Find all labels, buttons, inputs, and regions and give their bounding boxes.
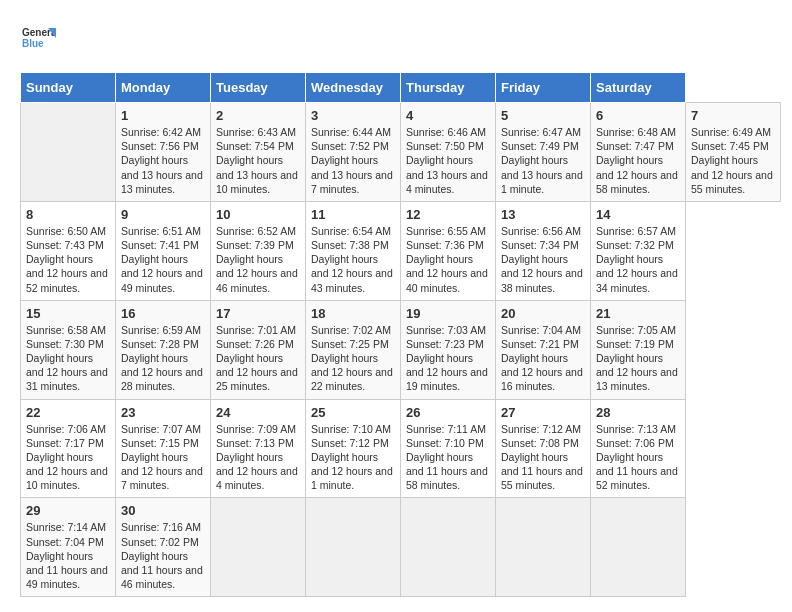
day-number: 3 (311, 108, 395, 123)
day-number: 8 (26, 207, 110, 222)
day-info: Sunrise: 6:44 AMSunset: 7:52 PMDaylight … (311, 126, 393, 195)
day-info: Sunrise: 6:56 AMSunset: 7:34 PMDaylight … (501, 225, 583, 294)
day-cell: 14 Sunrise: 6:57 AMSunset: 7:32 PMDaylig… (591, 201, 686, 300)
day-cell: 15 Sunrise: 6:58 AMSunset: 7:30 PMDaylig… (21, 300, 116, 399)
col-header-thursday: Thursday (401, 73, 496, 103)
day-cell: 2 Sunrise: 6:43 AMSunset: 7:54 PMDayligh… (211, 103, 306, 202)
col-header-sunday: Sunday (21, 73, 116, 103)
day-cell: 12 Sunrise: 6:55 AMSunset: 7:36 PMDaylig… (401, 201, 496, 300)
day-number: 7 (691, 108, 775, 123)
day-cell: 19 Sunrise: 7:03 AMSunset: 7:23 PMDaylig… (401, 300, 496, 399)
day-number: 16 (121, 306, 205, 321)
day-number: 17 (216, 306, 300, 321)
day-info: Sunrise: 7:04 AMSunset: 7:21 PMDaylight … (501, 324, 583, 393)
day-cell: 16 Sunrise: 6:59 AMSunset: 7:28 PMDaylig… (116, 300, 211, 399)
week-row-3: 15 Sunrise: 6:58 AMSunset: 7:30 PMDaylig… (21, 300, 781, 399)
day-info: Sunrise: 6:43 AMSunset: 7:54 PMDaylight … (216, 126, 298, 195)
day-info: Sunrise: 6:46 AMSunset: 7:50 PMDaylight … (406, 126, 488, 195)
day-number: 11 (311, 207, 395, 222)
day-info: Sunrise: 7:02 AMSunset: 7:25 PMDaylight … (311, 324, 393, 393)
day-cell: 20 Sunrise: 7:04 AMSunset: 7:21 PMDaylig… (496, 300, 591, 399)
day-info: Sunrise: 6:57 AMSunset: 7:32 PMDaylight … (596, 225, 678, 294)
day-cell: 6 Sunrise: 6:48 AMSunset: 7:47 PMDayligh… (591, 103, 686, 202)
day-number: 6 (596, 108, 680, 123)
day-info: Sunrise: 7:10 AMSunset: 7:12 PMDaylight … (311, 423, 393, 492)
day-cell: 5 Sunrise: 6:47 AMSunset: 7:49 PMDayligh… (496, 103, 591, 202)
day-info: Sunrise: 7:07 AMSunset: 7:15 PMDaylight … (121, 423, 203, 492)
day-cell (211, 498, 306, 597)
day-number: 13 (501, 207, 585, 222)
day-number: 29 (26, 503, 110, 518)
day-number: 20 (501, 306, 585, 321)
day-cell (306, 498, 401, 597)
day-number: 5 (501, 108, 585, 123)
day-info: Sunrise: 6:47 AMSunset: 7:49 PMDaylight … (501, 126, 583, 195)
day-info: Sunrise: 6:42 AMSunset: 7:56 PMDaylight … (121, 126, 203, 195)
day-number: 9 (121, 207, 205, 222)
day-info: Sunrise: 7:14 AMSunset: 7:04 PMDaylight … (26, 521, 108, 590)
day-cell: 13 Sunrise: 6:56 AMSunset: 7:34 PMDaylig… (496, 201, 591, 300)
day-cell (496, 498, 591, 597)
day-info: Sunrise: 6:48 AMSunset: 7:47 PMDaylight … (596, 126, 678, 195)
day-cell (21, 103, 116, 202)
day-cell: 9 Sunrise: 6:51 AMSunset: 7:41 PMDayligh… (116, 201, 211, 300)
day-cell: 22 Sunrise: 7:06 AMSunset: 7:17 PMDaylig… (21, 399, 116, 498)
day-info: Sunrise: 6:54 AMSunset: 7:38 PMDaylight … (311, 225, 393, 294)
day-info: Sunrise: 7:05 AMSunset: 7:19 PMDaylight … (596, 324, 678, 393)
calendar-table: SundayMondayTuesdayWednesdayThursdayFrid… (20, 72, 781, 597)
day-cell: 27 Sunrise: 7:12 AMSunset: 7:08 PMDaylig… (496, 399, 591, 498)
day-cell (401, 498, 496, 597)
day-info: Sunrise: 7:13 AMSunset: 7:06 PMDaylight … (596, 423, 678, 492)
day-number: 25 (311, 405, 395, 420)
day-number: 23 (121, 405, 205, 420)
day-number: 24 (216, 405, 300, 420)
day-number: 22 (26, 405, 110, 420)
day-info: Sunrise: 6:58 AMSunset: 7:30 PMDaylight … (26, 324, 108, 393)
day-info: Sunrise: 7:01 AMSunset: 7:26 PMDaylight … (216, 324, 298, 393)
day-number: 26 (406, 405, 490, 420)
day-info: Sunrise: 6:50 AMSunset: 7:43 PMDaylight … (26, 225, 108, 294)
day-cell: 29 Sunrise: 7:14 AMSunset: 7:04 PMDaylig… (21, 498, 116, 597)
day-number: 10 (216, 207, 300, 222)
col-header-saturday: Saturday (591, 73, 686, 103)
svg-text:Blue: Blue (22, 38, 44, 49)
day-info: Sunrise: 6:51 AMSunset: 7:41 PMDaylight … (121, 225, 203, 294)
day-cell: 25 Sunrise: 7:10 AMSunset: 7:12 PMDaylig… (306, 399, 401, 498)
day-cell: 18 Sunrise: 7:02 AMSunset: 7:25 PMDaylig… (306, 300, 401, 399)
day-info: Sunrise: 6:52 AMSunset: 7:39 PMDaylight … (216, 225, 298, 294)
day-number: 1 (121, 108, 205, 123)
day-cell: 1 Sunrise: 6:42 AMSunset: 7:56 PMDayligh… (116, 103, 211, 202)
week-row-2: 8 Sunrise: 6:50 AMSunset: 7:43 PMDayligh… (21, 201, 781, 300)
col-header-monday: Monday (116, 73, 211, 103)
day-number: 21 (596, 306, 680, 321)
day-number: 18 (311, 306, 395, 321)
day-number: 30 (121, 503, 205, 518)
day-number: 15 (26, 306, 110, 321)
logo: General Blue (20, 20, 56, 56)
day-number: 28 (596, 405, 680, 420)
day-cell: 7 Sunrise: 6:49 AMSunset: 7:45 PMDayligh… (686, 103, 781, 202)
day-cell: 11 Sunrise: 6:54 AMSunset: 7:38 PMDaylig… (306, 201, 401, 300)
day-number: 14 (596, 207, 680, 222)
col-header-friday: Friday (496, 73, 591, 103)
page-header: General Blue (20, 20, 772, 56)
day-cell: 30 Sunrise: 7:16 AMSunset: 7:02 PMDaylig… (116, 498, 211, 597)
day-cell: 8 Sunrise: 6:50 AMSunset: 7:43 PMDayligh… (21, 201, 116, 300)
week-row-4: 22 Sunrise: 7:06 AMSunset: 7:17 PMDaylig… (21, 399, 781, 498)
day-info: Sunrise: 7:03 AMSunset: 7:23 PMDaylight … (406, 324, 488, 393)
day-number: 12 (406, 207, 490, 222)
day-info: Sunrise: 7:16 AMSunset: 7:02 PMDaylight … (121, 521, 203, 590)
day-number: 19 (406, 306, 490, 321)
day-info: Sunrise: 7:09 AMSunset: 7:13 PMDaylight … (216, 423, 298, 492)
day-number: 27 (501, 405, 585, 420)
week-row-1: 1 Sunrise: 6:42 AMSunset: 7:56 PMDayligh… (21, 103, 781, 202)
day-cell: 24 Sunrise: 7:09 AMSunset: 7:13 PMDaylig… (211, 399, 306, 498)
day-cell: 28 Sunrise: 7:13 AMSunset: 7:06 PMDaylig… (591, 399, 686, 498)
day-number: 2 (216, 108, 300, 123)
day-number: 4 (406, 108, 490, 123)
day-info: Sunrise: 6:55 AMSunset: 7:36 PMDaylight … (406, 225, 488, 294)
day-cell: 4 Sunrise: 6:46 AMSunset: 7:50 PMDayligh… (401, 103, 496, 202)
day-cell: 17 Sunrise: 7:01 AMSunset: 7:26 PMDaylig… (211, 300, 306, 399)
day-info: Sunrise: 7:11 AMSunset: 7:10 PMDaylight … (406, 423, 488, 492)
day-info: Sunrise: 6:49 AMSunset: 7:45 PMDaylight … (691, 126, 773, 195)
